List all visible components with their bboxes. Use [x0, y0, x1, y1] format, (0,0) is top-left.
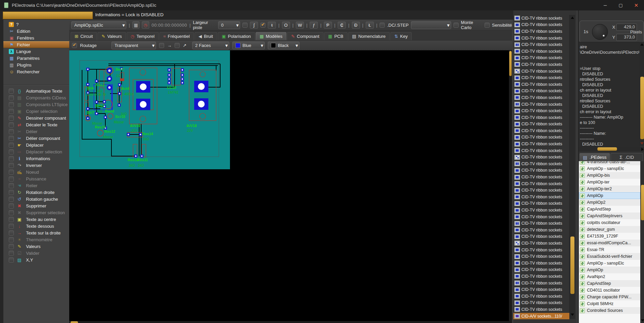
tool-item-informations[interactable]: ℹInformations — [3, 155, 69, 162]
tab-circuit[interactable]: ⊞Circuit — [71, 32, 97, 40]
list-item[interactable]: CID-TV ribbon sockets — [513, 167, 569, 174]
sensibilite-checkbox[interactable] — [485, 23, 490, 28]
list-item[interactable]: CID-TV ribbon sockets — [513, 114, 569, 121]
file-row[interactable]: ⇄Essai-TR — [579, 246, 640, 253]
file-row[interactable]: ⇄Charge capacité FPW... — [579, 294, 640, 300]
list-item[interactable]: CID-TV ribbon sockets — [513, 160, 569, 167]
tool-item-d-lier-composant[interactable]: ✂Délier composant — [3, 135, 69, 142]
scroll-thumb[interactable] — [570, 237, 574, 294]
scroll-thumb[interactable] — [640, 77, 644, 139]
pcb-layout[interactable]: Swi31ΩRes11kΩStr6Source de TeAct41.4001n… — [69, 50, 230, 169]
tool-checkbox[interactable] — [9, 122, 14, 127]
file-row[interactable]: ⇄AmpliOp-ter2 — [579, 185, 640, 192]
tool-item-valider[interactable]: ☑Valider — [3, 250, 69, 256]
scroll-thumb[interactable] — [71, 321, 78, 323]
tool-item-inverser[interactable]: ↷Inverser — [3, 162, 69, 169]
list-item[interactable]: CID-TV ribbon sockets — [513, 220, 569, 227]
file-row[interactable]: ⇄AmpliOp-ter — [579, 179, 640, 185]
file-row[interactable]: ⇄Controlled Sources — [579, 307, 640, 314]
list-item[interactable]: CID-TV ribbon sockets — [513, 88, 569, 95]
list-item[interactable]: CID-TV ribbon sockets — [513, 227, 569, 233]
file-row-selected[interactable]: ⇄AmpliOp — [579, 192, 640, 199]
sidebar-item-rechercher[interactable]: ☺Rechercher — [3, 68, 69, 75]
list-item[interactable]: CID-TV ribbon sockets — [513, 41, 569, 48]
file-row[interactable]: ⇄E471539_1729F — [579, 233, 640, 240]
log-vertical-scrollbar[interactable] — [639, 42, 644, 146]
calculator-icon[interactable]: ▦ — [132, 21, 140, 29]
file-row[interactable]: ⇄AmpliOp - sanspElc — [579, 260, 640, 267]
tool-checkbox[interactable] — [9, 95, 14, 100]
tab-valeurs[interactable]: ✎Valeurs — [98, 32, 126, 40]
symbol-button-ƒ[interactable]: ƒ — [310, 22, 318, 29]
tool-checkbox[interactable] — [9, 116, 14, 121]
list-item[interactable]: CID-TV ribbon sockets — [513, 22, 569, 28]
maximize-button[interactable]: ▢ — [613, 0, 628, 10]
arrow-diagonal-checkbox[interactable] — [175, 43, 180, 48]
tool-checkbox[interactable] — [9, 224, 14, 229]
file-row[interactable]: ⇄Colpitt 58MHz — [579, 300, 640, 307]
file-row[interactable]: ⇄colpitts oscillateur — [579, 219, 640, 226]
list-item[interactable]: CID-TV ribbon sockets — [513, 134, 569, 141]
tool-item-valeurs[interactable]: ✎Valeurs — [3, 243, 69, 250]
file-row[interactable]: ⇄AmpliOp — [579, 267, 640, 273]
tool-item-texte-au-centre[interactable]: ▣Texte au centre — [3, 216, 69, 223]
tool-checkbox[interactable] — [9, 170, 14, 175]
tool-item-relier[interactable]: ☚Relier — [3, 182, 69, 189]
faces-dropdown[interactable]: 2 Faces — [192, 42, 229, 49]
list-item[interactable]: CID-TV ribbon sockets — [513, 28, 569, 35]
bottom-layer-color-dropdown[interactable]: Black — [268, 42, 300, 49]
time-scale-knob[interactable] — [592, 24, 608, 40]
tool-item-texte-sur-la-droite[interactable]: →Texte sur la droite — [3, 229, 69, 236]
canvas-horizontal-scrollbar[interactable] — [69, 321, 512, 323]
dc-step-checkbox[interactable] — [380, 23, 385, 28]
list-item[interactable]: CID-TV ribbon sockets — [513, 273, 569, 280]
list-item[interactable]: CID-TV ribbon sockets — [513, 253, 569, 260]
tab-composant[interactable]: ✎Composant — [287, 32, 323, 40]
sidebar-item-plugins[interactable]: ▥PlugIns — [3, 61, 69, 68]
tab-mod-les[interactable]: ▩Modèles — [256, 32, 286, 40]
list-item[interactable]: CID-TV ribbon sockets — [513, 154, 569, 160]
tool-checkbox[interactable] — [9, 109, 14, 114]
list-item[interactable]: CID-TV ribbon sockets — [513, 68, 569, 75]
tool-checkbox[interactable] — [9, 156, 14, 161]
list-item[interactable]: CID-TV ribbon sockets — [513, 214, 569, 220]
tool-checkbox[interactable] — [9, 136, 14, 141]
symbol-button-ŧ[interactable]: ŧ — [268, 22, 276, 29]
tool-item-thermom-tre[interactable]: ☀Thermomètre — [3, 236, 69, 243]
symbol-button-Ł[interactable]: Ł — [366, 22, 374, 29]
file-row[interactable]: ⇄detecteur_gsm — [579, 226, 640, 233]
tab-polarisation[interactable]: ▣Polarisation — [218, 32, 255, 40]
sidebar-item-langue[interactable]: λLangue — [3, 48, 69, 55]
tool-checkbox[interactable] — [9, 129, 14, 134]
list-item[interactable]: CID-TV ribbon sockets — [513, 187, 569, 194]
scroll-down-arrow[interactable] — [571, 314, 574, 316]
list-item[interactable]: CID-TV ribbon sockets — [513, 207, 569, 214]
tool-item-automatique-texte[interactable]: {}Automatique Texte — [3, 88, 69, 94]
scroll-thumb[interactable] — [509, 51, 512, 76]
tool-checkbox[interactable] — [9, 143, 14, 148]
tool-item-supprimer[interactable]: ✖Supprimer — [3, 202, 69, 209]
list-item[interactable]: CID-TV ribbon sockets — [513, 194, 569, 200]
list-item[interactable]: CID-TV ribbon sockets — [513, 121, 569, 128]
list-item[interactable]: CID-TV ribbon sockets — [513, 15, 569, 22]
sidebar-item-fen-tres[interactable]: ▣Fenêtres — [3, 34, 69, 41]
file-row[interactable]: ⇄CapAndStep — [579, 206, 640, 213]
file-row[interactable]: ⇄4-transistor-class-ab-... — [579, 161, 640, 165]
tab-nomenclature[interactable]: ▤Nomenclature — [348, 32, 390, 40]
scroll-thumb[interactable] — [641, 185, 644, 220]
scroll-down-arrow[interactable] — [640, 142, 644, 145]
list-item[interactable]: CID-TV ribbon sockets — [513, 55, 569, 61]
scroll-up-arrow[interactable] — [571, 17, 574, 19]
close-button[interactable]: ✕ — [628, 0, 644, 10]
tool-item-composants-cidess[interactable]: ▤Composants CiDess — [3, 94, 69, 101]
tab-fr-quentiel[interactable]: ≈Fréquentiel — [159, 32, 194, 40]
tool-item-puissance[interactable]: ≈Puissance — [3, 175, 69, 182]
list-item-selected[interactable]: CID-A/V sockets...110/ — [513, 313, 569, 320]
list-item[interactable]: CID-TV ribbon sockets — [513, 233, 569, 240]
tool-checkbox[interactable] — [9, 237, 14, 242]
tool-item-composants-ltspice[interactable]: ▥Composants LTSpice — [3, 101, 69, 108]
arrow-right-checkbox[interactable] — [159, 43, 164, 48]
tool-checkbox[interactable] — [9, 230, 14, 235]
monte-carlo-checkbox[interactable] — [454, 23, 459, 28]
tool-checkbox[interactable] — [9, 89, 14, 94]
